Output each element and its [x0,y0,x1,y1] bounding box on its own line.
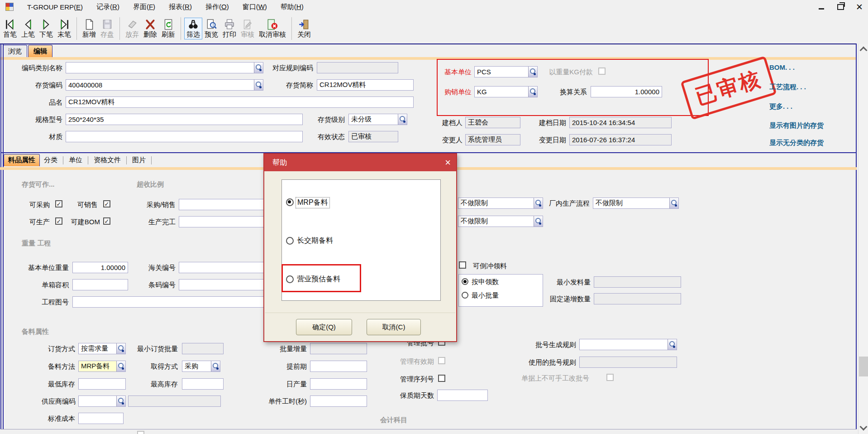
acquire-mode-field[interactable]: 采购 [182,361,220,372]
cancel-button[interactable]: 取消(C) [367,319,421,335]
product-name-field[interactable]: CR12MOV精料 [66,96,414,108]
bom-link[interactable]: BOM. . . [769,63,795,71]
manage-serial-checkbox[interactable] [438,375,445,382]
vertical-scrollbar[interactable] [858,44,868,434]
tab-browse[interactable]: 浏览 [3,45,27,58]
dialog-close-icon[interactable]: × [445,157,451,169]
ok-button[interactable]: 确定(Q) [296,319,352,335]
daily-output-field[interactable] [310,378,367,390]
lookup-icon[interactable] [668,339,677,350]
print-button[interactable]: 打印 [220,18,238,40]
min-stock-field[interactable] [78,378,126,390]
backflush-checkbox[interactable] [459,261,466,269]
subtab-qualification[interactable]: 资格文件 [90,154,125,166]
scroll-down-icon[interactable] [860,423,868,431]
bom-allowed-checkbox[interactable]: ✓ [103,217,110,225]
restriction-field-2[interactable]: 不做限制 [458,216,543,227]
filter-button[interactable]: 筛选 [184,18,202,40]
mrp-option-radio[interactable] [286,198,294,206]
menu-report[interactable]: 报表(R) [169,3,192,11]
prep-method-field[interactable]: MRP备料 [78,361,126,372]
subtab-attributes[interactable]: 料品属性 [4,154,40,166]
delete-button[interactable]: 删除 [141,18,159,40]
subtab-unit[interactable]: 单位 [65,154,86,166]
lookup-icon[interactable] [528,87,537,97]
conversion-field[interactable]: 1.00000 [591,86,662,97]
show-uncategorized-link[interactable]: 显示无分类的存货 [769,139,824,147]
shelf-life-field[interactable] [437,390,488,401]
mrp-option-label[interactable]: MRP备料 [296,198,329,208]
inv-code-field[interactable]: 400400008 [66,79,263,91]
save-button[interactable]: 存盘 [98,18,116,40]
discard-button[interactable]: 放弃 [123,18,141,40]
factory-flow-field[interactable]: 不做限制 [593,198,679,209]
panel-border [3,44,4,429]
menu-interface[interactable]: 界面(F) [133,3,155,11]
lookup-icon[interactable] [116,343,125,354]
subtab-image[interactable]: 图片 [128,154,150,166]
order-mode-field[interactable]: 按需求量 [78,343,126,354]
spec-field[interactable]: 250*240*35 [66,114,303,125]
lookup-icon[interactable] [534,198,543,208]
menu-help[interactable]: 帮助(H) [281,3,304,11]
max-stock-field[interactable] [182,378,224,390]
menu-app[interactable]: T-GROUP ERP(E) [27,3,83,11]
cancel-audit-button[interactable]: 取消审核 [257,18,288,40]
lookup-icon[interactable] [534,216,543,227]
sellable-checkbox[interactable]: ✓ [103,200,110,207]
batch-rule-field[interactable] [579,339,677,350]
producible-checkbox[interactable]: ✓ [55,217,62,225]
base-unit-weight-field[interactable]: 1.00000 [72,262,128,273]
material-field[interactable] [66,131,303,142]
scrollbar-thumb[interactable] [859,357,868,376]
by-request-radio[interactable] [462,278,468,285]
process-flow-link[interactable]: 工艺流程. . . [769,83,806,92]
base-unit-field[interactable]: PCS [474,66,538,77]
new-button[interactable]: 新增 [80,18,98,40]
long-leadtime-option-label[interactable]: 长交期备料 [297,236,333,246]
last-record-button[interactable]: 末笔 [55,18,73,40]
min-batch-radio[interactable] [462,292,468,299]
restriction-field-1[interactable]: 不做限制 [458,198,543,209]
restore-button[interactable] [835,1,846,12]
lookup-icon[interactable] [116,396,125,406]
purchasable-checkbox[interactable]: ✓ [55,200,62,207]
code-category-field[interactable] [66,62,263,73]
close-button[interactable]: 关闭 [295,18,313,40]
preview-button[interactable]: 预览 [202,18,220,40]
menu-window[interactable]: 窗口(W) [243,3,267,11]
inv-level-field[interactable]: 未分级 [348,114,407,125]
long-leadtime-option-radio[interactable] [286,237,294,245]
tab-edit[interactable]: 编辑 [28,45,52,58]
show-with-images-link[interactable]: 显示有图片的存货 [769,121,824,130]
close-window-button[interactable]: ✕ [854,1,865,12]
help-dialog-titlebar[interactable]: 帮助 × [264,154,456,171]
more-link[interactable]: 更多. . . [769,102,792,111]
std-cost-field[interactable] [78,413,124,424]
next-record-button[interactable]: 下笔 [37,18,55,40]
lookup-icon[interactable] [116,361,125,371]
lookup-icon[interactable] [254,63,263,73]
unit-hours-label: 单件工时(秒) [262,397,307,406]
lead-time-field[interactable] [310,361,367,372]
lookup-icon[interactable] [669,198,678,208]
prev-record-button[interactable]: 上笔 [19,18,37,40]
subtab-category[interactable]: 分类 [40,154,62,166]
lookup-icon[interactable] [211,361,220,371]
minimize-button[interactable] [816,1,827,12]
supplier-code-field[interactable] [78,395,126,407]
lookup-icon[interactable] [528,67,537,77]
menu-operate[interactable]: 操作(O) [205,3,229,11]
first-record-button[interactable]: 首笔 [1,18,19,40]
trade-unit-field[interactable]: KG [474,86,538,97]
lookup-icon[interactable] [398,114,407,125]
audit-button[interactable]: 审核 [238,18,257,40]
lookup-icon[interactable] [254,80,263,90]
box-volume-field[interactable] [72,279,128,290]
refresh-button[interactable]: 刷新 [159,18,177,40]
scroll-up-icon[interactable] [860,47,868,54]
menu-record[interactable]: 记录(R) [96,3,119,11]
create-date-field: 2015-10-24 16:34:54 [569,117,672,128]
unit-hours-field[interactable] [310,395,367,407]
inv-abbr-field[interactable]: CR12MOV精料 [317,79,414,91]
